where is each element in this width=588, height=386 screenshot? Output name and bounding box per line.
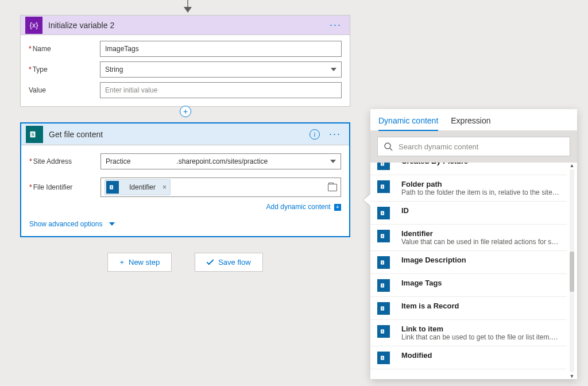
dc-item-name: Image Description [401, 256, 560, 264]
dynamic-content-item[interactable]: SFolder pathPath to the folder the item … [370, 175, 567, 202]
chevron-down-icon [330, 160, 336, 163]
svg-point-4 [385, 143, 390, 149]
dc-item-name: Modified [401, 351, 560, 360]
panel-tabs: Dynamic content Expression [370, 109, 577, 131]
action-header[interactable]: S Get file content i ··· [21, 123, 349, 145]
dc-item-name: Item is a Record [401, 302, 560, 310]
sharepoint-icon: S [26, 126, 43, 143]
tab-expression[interactable]: Expression [451, 116, 490, 130]
svg-text:S: S [382, 261, 384, 264]
svg-text:S: S [382, 284, 384, 287]
add-dynamic-content-link[interactable]: Add dynamic content + [21, 203, 349, 214]
dc-item-desc: Link that can be used to get to the file… [401, 333, 560, 341]
connector-top [184, 0, 191, 13]
scroll-thumb[interactable] [570, 252, 574, 292]
dc-item-name: Image Tags [401, 279, 560, 287]
dynamic-content-item[interactable]: SItem is a Record [370, 297, 567, 320]
name-input[interactable]: ImageTags [100, 41, 342, 57]
dc-item-desc: Value that can be used in file related a… [401, 238, 560, 246]
field-label-fileid: *File Identifier [29, 183, 100, 191]
sharepoint-icon: S [377, 302, 390, 315]
dynamic-content-item[interactable]: SImage Description [370, 251, 567, 274]
sharepoint-icon: S [377, 256, 390, 269]
dynamic-content-panel: Dynamic content Expression Search dynami… [370, 109, 577, 379]
dynamic-content-item[interactable]: SID [370, 202, 567, 225]
type-select[interactable]: String [100, 61, 342, 78]
chevron-down-icon [331, 68, 336, 71]
scroll-down-icon[interactable]: ▼ [568, 373, 575, 379]
svg-text:S: S [32, 132, 34, 137]
dynamic-content-item[interactable]: SCreated By Picture [370, 162, 567, 175]
sharepoint-icon: S [377, 207, 390, 219]
dynamic-content-item[interactable]: SIdentifierValue that can be used in fil… [370, 225, 567, 251]
svg-text:S: S [382, 162, 384, 165]
dynamic-content-item[interactable]: SImage Tags [370, 274, 567, 297]
insert-step-button[interactable]: + [180, 106, 191, 117]
action-menu-button[interactable]: ··· [326, 19, 345, 31]
site-address-select[interactable]: Practice .sharepoint.com/sites/practice [100, 153, 341, 169]
dc-item-desc: Path to the folder the item is in, relat… [401, 188, 560, 196]
dynamic-token-identifier[interactable]: S Identifier × [105, 179, 171, 195]
sharepoint-icon: S [377, 180, 390, 193]
sharepoint-icon: S [377, 352, 390, 364]
action-title: Initialize variable 2 [48, 21, 326, 30]
tab-dynamic-content[interactable]: Dynamic content [378, 116, 438, 131]
variable-icon: {x} [25, 17, 42, 34]
file-identifier-input[interactable]: S Identifier × [100, 177, 341, 197]
svg-text:S: S [382, 211, 384, 215]
search-placeholder: Search dynamic content [399, 142, 478, 151]
search-icon [384, 142, 393, 151]
svg-text:S: S [382, 234, 384, 238]
dc-item-name: ID [401, 206, 560, 215]
dynamic-content-item[interactable]: SLink to itemLink that can be used to ge… [370, 320, 567, 346]
action-get-file-content: S Get file content i ··· *Site Address P… [20, 122, 350, 237]
svg-text:S: S [382, 185, 384, 188]
scrollbar[interactable]: ▲ ▼ [568, 163, 576, 379]
sharepoint-icon: S [377, 230, 390, 242]
field-label-site: *Site Address [29, 157, 100, 165]
action-header[interactable]: {x} Initialize variable 2 ··· [21, 16, 350, 35]
dynamic-content-item[interactable]: SModified [370, 346, 567, 369]
save-flow-button[interactable]: Save flow [195, 253, 262, 272]
field-label-name: *Name [29, 45, 100, 53]
show-advanced-options-link[interactable]: Show advanced options [21, 214, 349, 236]
sharepoint-icon: S [377, 279, 390, 292]
scroll-up-icon[interactable]: ▲ [568, 163, 575, 168]
field-label-type: *Type [29, 65, 100, 74]
chevron-down-icon [109, 222, 115, 226]
svg-text:S: S [382, 356, 384, 360]
sharepoint-icon: S [106, 181, 119, 194]
sharepoint-icon: S [377, 162, 390, 170]
svg-text:S: S [382, 307, 384, 310]
dynamic-content-list: SCreated By PictureSFolder pathPath to t… [370, 162, 567, 379]
dc-item-name: Identifier [401, 229, 560, 238]
action-initialize-variable: {x} Initialize variable 2 ··· *Name Imag… [20, 15, 350, 107]
action-menu-button[interactable]: ··· [326, 128, 345, 140]
svg-text:S: S [382, 330, 384, 333]
svg-text:S: S [111, 186, 113, 189]
dc-item-name: Link to item [401, 325, 560, 333]
svg-line-5 [390, 148, 392, 150]
dc-item-name: Folder path [401, 180, 560, 188]
info-icon[interactable]: i [310, 129, 320, 140]
panel-callout-pointer [363, 194, 370, 206]
field-label-value: Value [29, 86, 100, 94]
action-title: Get file content [49, 130, 310, 139]
dc-item-name: Created By Picture [401, 162, 560, 165]
folder-picker-icon[interactable] [328, 184, 337, 191]
value-input[interactable]: Enter initial value [100, 82, 342, 98]
search-input[interactable]: Search dynamic content [377, 137, 570, 156]
new-step-button[interactable]: + New step [107, 253, 172, 272]
flow-actions: + New step Save flow [20, 253, 350, 272]
token-remove-button[interactable]: × [160, 183, 169, 191]
check-icon [207, 258, 214, 265]
plus-icon: + [334, 204, 341, 211]
sharepoint-icon: S [377, 325, 390, 338]
